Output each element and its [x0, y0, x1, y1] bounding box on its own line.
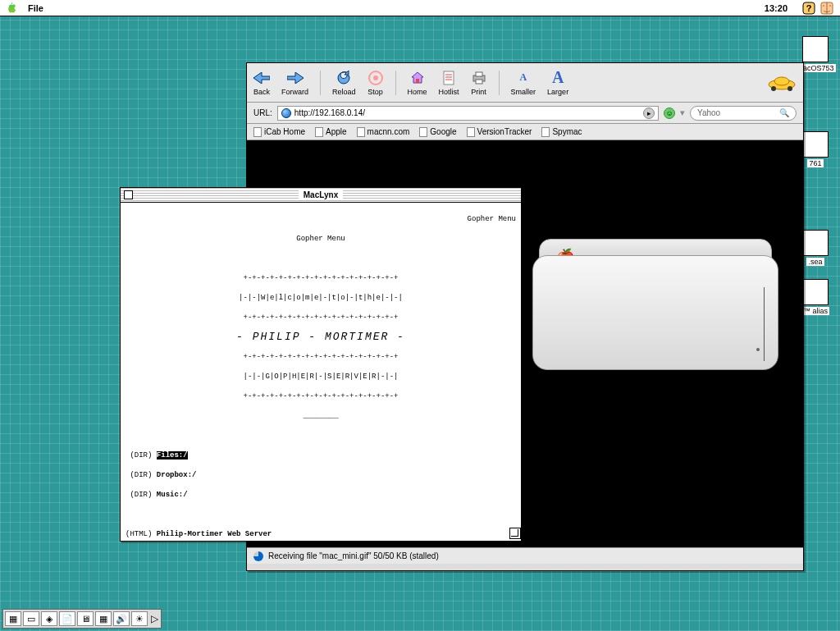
page-icon: [467, 127, 475, 137]
gopher-title: Gopher Menu: [126, 234, 516, 244]
search-icon: 🔍: [779, 108, 789, 117]
print-icon: [471, 70, 487, 86]
icab-toolbar: Back Forward Reload Stop Home Hotlist Pr…: [247, 63, 803, 103]
window-titlebar[interactable]: MacLynx: [121, 188, 521, 203]
globe-icon: [281, 108, 291, 118]
dock-item[interactable]: ▦: [5, 611, 21, 626]
control-strip: ▦ ▭ ◈ 📄 🖥 ▦ 🔊 ☀ ▷: [2, 609, 162, 629]
ascii-art: +-+-+-+-+-+-+-+-+-+-+-+-+-+-+-+-+-+: [126, 273, 516, 283]
bookmark-item[interactable]: macnn.com: [357, 127, 410, 137]
url-bar: URL: http://192.168.0.14/ ▸ ☺ ▾ Yahoo 🔍: [247, 103, 803, 124]
dock-item[interactable]: ◈: [41, 611, 57, 626]
svg-point-14: [774, 77, 789, 85]
larger-button[interactable]: ALarger: [547, 70, 568, 96]
svg-rect-5: [416, 79, 419, 83]
page-icon: [419, 127, 427, 137]
window-title: MacLynx: [299, 190, 343, 199]
svg-point-4: [373, 75, 378, 80]
terminal-content: Gopher Menu Gopher Menu +-+-+-+-+-+-+-+-…: [121, 203, 521, 539]
mac-mini-image: 🍎: [532, 239, 787, 403]
svg-point-15: [771, 86, 776, 91]
ascii-art: +-+-+-+-+-+-+-+-+-+-+-+-+-+-+-+-+-+: [126, 313, 516, 322]
stop-button[interactable]: Stop: [368, 70, 384, 96]
bookmarks-bar: iCab Home Apple macnn.com Google Version…: [247, 124, 803, 140]
gopher-item[interactable]: (DIR) Files:/: [126, 450, 516, 460]
larger-text-icon: A: [550, 70, 566, 86]
page-icon: [253, 127, 262, 137]
smaller-text-icon: A: [515, 70, 532, 86]
dock-item[interactable]: 🔊: [113, 611, 130, 626]
menu-file[interactable]: File: [28, 3, 43, 13]
ascii-art: +-+-+-+-+-+-+-+-+-+-+-+-+-+-+-+-+-+: [126, 391, 516, 401]
ascii-art: +-+-+-+-+-+-+-+-+-+-+-+-+-+-+-+-+-+: [126, 352, 516, 362]
reload-icon: [336, 70, 352, 86]
gopher-item[interactable]: (HTML) Philip-Mortimer Web Server: [126, 529, 516, 539]
home-button[interactable]: Home: [408, 70, 427, 96]
archive-icon: [802, 230, 829, 256]
page-icon: [541, 127, 550, 137]
apple-logo-icon[interactable]: [7, 2, 18, 14]
svg-rect-12: [476, 80, 482, 84]
menubar: File 13:20 ?: [0, 0, 840, 16]
maclynx-window: MacLynx Gopher Menu Gopher Menu +-+-+-+-…: [120, 187, 522, 542]
hotlist-icon: [441, 70, 457, 86]
bookmark-item[interactable]: Apple: [315, 127, 347, 137]
gopher-header: Gopher Menu: [126, 214, 516, 224]
menubar-clock: 13:20: [765, 3, 788, 13]
svg-text:?: ?: [806, 3, 812, 13]
forward-button[interactable]: Forward: [281, 70, 308, 96]
bookmark-item[interactable]: Spymac: [541, 127, 582, 137]
finder-icon[interactable]: [820, 2, 833, 15]
page-icon: [357, 127, 365, 137]
help-icon[interactable]: ?: [802, 2, 815, 15]
page-icon: [315, 127, 323, 137]
close-button[interactable]: [124, 190, 133, 199]
url-label: URL:: [253, 108, 272, 117]
bookmark-item[interactable]: VersionTracker: [467, 127, 532, 137]
bookmark-item[interactable]: Google: [419, 127, 456, 137]
svg-rect-6: [444, 71, 454, 85]
gopher-item[interactable]: (DIR) Music:/: [126, 490, 516, 500]
back-button[interactable]: Back: [253, 70, 270, 96]
go-button[interactable]: ▸: [643, 107, 655, 119]
back-arrow-icon: [253, 70, 270, 86]
smaller-button[interactable]: ASmaller: [511, 70, 536, 96]
progress-icon: [253, 551, 263, 561]
gopher-item[interactable]: (DIR) Dropbox:/: [126, 470, 516, 480]
smiley-icon[interactable]: ☺: [664, 107, 675, 119]
search-input[interactable]: Yahoo 🔍: [690, 106, 797, 121]
ascii-art: - PHILIP - MORTIMER -: [126, 332, 516, 342]
reload-button[interactable]: Reload: [332, 70, 356, 96]
dock-item[interactable]: ▦: [95, 611, 112, 626]
disk-icon: [802, 36, 829, 62]
icab-logo-icon: [767, 75, 797, 91]
dock-item[interactable]: ▭: [23, 611, 39, 626]
volume-icon: [802, 131, 829, 158]
expand-arrow-icon[interactable]: ▷: [149, 613, 159, 624]
forward-arrow-icon: [287, 70, 304, 86]
ascii-art: |-|-|W|e|l|c|o|m|e|-|t|o|-|t|h|e|-|-|: [126, 293, 516, 303]
hotlist-button[interactable]: Hotlist: [439, 70, 459, 96]
status-text: Receiving file "mac_mini.gif" 50/50 KB (…: [268, 551, 439, 560]
dock-item[interactable]: 📄: [59, 611, 75, 626]
bookmark-item[interactable]: iCab Home: [253, 127, 305, 137]
home-icon: [409, 70, 426, 86]
svg-point-16: [788, 86, 792, 91]
resize-handle[interactable]: [509, 528, 521, 539]
stop-icon: [368, 70, 384, 86]
svg-rect-11: [476, 72, 482, 76]
alias-icon: [802, 279, 829, 305]
url-input[interactable]: http://192.168.0.14/ ▸: [277, 106, 659, 121]
print-button[interactable]: Print: [471, 70, 487, 96]
dock-item[interactable]: 🖥: [77, 611, 94, 626]
url-text: http://192.168.0.14/: [294, 108, 365, 117]
ascii-art: |-|-|G|O|P|H|E|R|-|S|E|R|V|E|R|-|-|: [126, 372, 516, 382]
status-bar: Receiving file "mac_mini.gif" 50/50 KB (…: [247, 547, 803, 564]
dock-item[interactable]: ☀: [131, 611, 148, 626]
